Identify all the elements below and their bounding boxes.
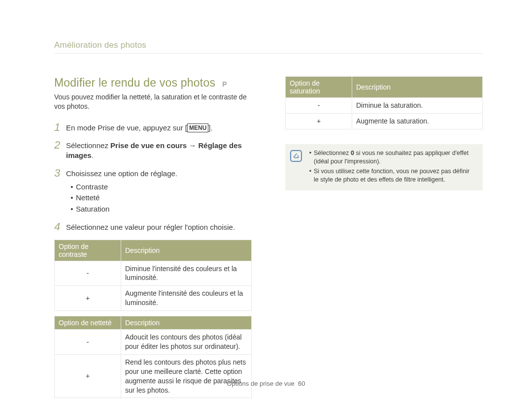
table-header-option: Option de netteté	[55, 316, 121, 330]
bullet-contraste: Contraste	[76, 182, 108, 193]
step-4-text: Sélectionnez une valeur pour régler l'op…	[66, 221, 235, 232]
step-1: 1 En mode Prise de vue, appuyez sur [MEN…	[54, 122, 252, 133]
note-item: • Sélectionnez 0 si vous ne souhaitez pa…	[307, 149, 476, 166]
contrast-table: Option de contraste Description - Diminu…	[54, 240, 252, 311]
table-header-description: Description	[121, 316, 252, 330]
cell-option: +	[55, 286, 121, 311]
footer-page-number: 60	[298, 380, 305, 387]
table-row: - Adoucit les contours des photos (idéal…	[55, 330, 252, 355]
step-2-pre: Sélectionnez	[66, 141, 110, 150]
step-2-post: .	[92, 151, 94, 159]
table-header-option: Option de contraste	[55, 240, 121, 261]
left-column: Modifier le rendu de vos photos P Vous p…	[54, 76, 252, 398]
cell-option: +	[286, 113, 352, 129]
step-number: 4	[54, 221, 66, 232]
intro-text: Vous pouvez modifier la netteté, la satu…	[54, 93, 252, 111]
step-1-pre: En mode Prise de vue, appuyez sur [	[66, 123, 187, 132]
section-title: Modifier le rendu de vos photos P	[54, 76, 252, 90]
cell-option: +	[55, 354, 121, 398]
bullet-dot: •	[68, 182, 76, 193]
mode-badge: P	[222, 80, 227, 88]
cell-option: -	[55, 261, 121, 286]
step-number: 3	[54, 168, 66, 179]
step-number: 1	[54, 122, 66, 133]
table-row: + Rend les contours des photos plus nets…	[55, 354, 252, 398]
step-3: 3 Choisissez une option de réglage. •Con…	[54, 168, 252, 215]
note-2-text: Si vous utilisez cette fonction, vous ne…	[314, 167, 476, 185]
saturation-table: Option de saturation Description - Dimin…	[285, 76, 483, 129]
step-number: 2	[54, 140, 66, 151]
table-row: - Diminue la saturation.	[286, 98, 483, 114]
step-1-post: ].	[208, 123, 212, 132]
note-icon	[290, 150, 302, 162]
table-row: - Diminue l'intensité des couleurs et la…	[55, 261, 252, 286]
cell-option: -	[286, 98, 352, 114]
note-1-pre: Sélectionnez	[314, 150, 351, 156]
bullet-nettete: Netteté	[76, 192, 100, 204]
bullet-dot: •	[307, 149, 314, 166]
note-box: • Sélectionnez 0 si vous ne souhaitez pa…	[285, 144, 483, 190]
note-1-bold: 0	[351, 150, 354, 156]
cell-description: Diminue l'intensité des couleurs et la l…	[121, 261, 252, 286]
cell-description: Adoucit les contours des photos (idéal p…	[121, 330, 252, 355]
title-text: Modifier le rendu de vos photos	[54, 76, 215, 90]
bullet-saturation: Saturation	[76, 204, 109, 215]
step-4: 4 Sélectionnez une valeur pour régler l'…	[54, 221, 252, 232]
right-column: Option de saturation Description - Dimin…	[285, 76, 483, 398]
breadcrumb: Amélioration des photos	[54, 40, 483, 54]
step-2: 2 Sélectionnez Prise de vue en cours → R…	[54, 140, 252, 161]
bullet-dot: •	[68, 192, 76, 204]
page-footer: Options de prise de vue 60	[0, 380, 532, 387]
cell-description: Augmente l'intensité des couleurs et la …	[121, 286, 252, 311]
cell-description: Rend les contours des photos plus nets p…	[121, 354, 252, 398]
table-header-description: Description	[352, 77, 483, 98]
cell-description: Augmente la saturation.	[352, 113, 483, 129]
table-header-option: Option de saturation	[286, 77, 352, 98]
table-row: + Augmente l'intensité des couleurs et l…	[55, 286, 252, 311]
bullet-dot: •	[307, 167, 314, 185]
menu-key-icon: MENU	[187, 123, 208, 132]
step-3-text: Choisissez une option de réglage.	[66, 169, 177, 179]
table-header-description: Description	[121, 240, 252, 261]
table-row: + Augmente la saturation.	[286, 113, 483, 129]
bullet-dot: •	[68, 204, 76, 215]
footer-label: Options de prise de vue	[227, 380, 294, 387]
cell-option: -	[55, 330, 121, 355]
note-item: • Si vous utilisez cette fonction, vous …	[307, 167, 476, 185]
cell-description: Diminue la saturation.	[352, 98, 483, 114]
